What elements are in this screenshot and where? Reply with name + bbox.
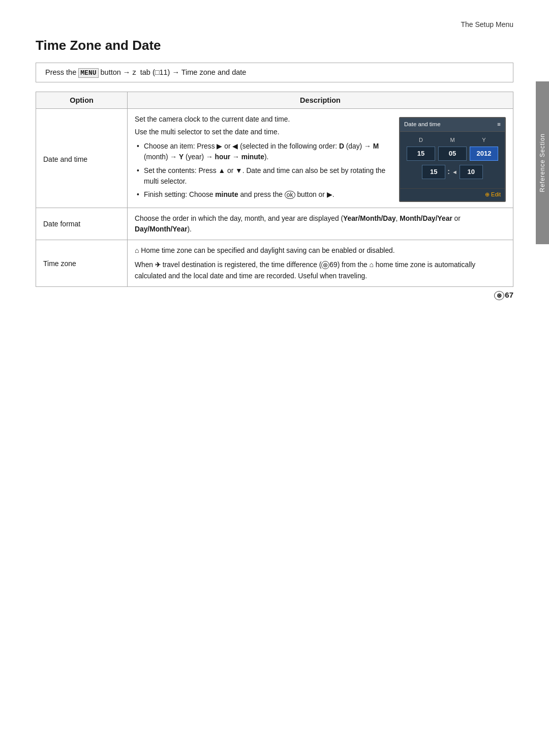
section-label: The Setup Menu — [36, 20, 513, 28]
table-row: Date and time Set the camera clock to th… — [36, 109, 513, 208]
lcd-val-hour: 15 — [422, 165, 445, 179]
lcd-label-m: M — [438, 136, 467, 144]
camera-lcd: Date and time ≡ D M Y 15 — [399, 117, 506, 202]
desc-date-and-time: Set the camera clock to the current date… — [128, 109, 513, 208]
option-time-zone: Time zone — [36, 240, 128, 287]
table-row: Date format Choose the order in which th… — [36, 208, 513, 240]
instruction-box: Press the MENU button → z tab (□11) → Ti… — [36, 63, 513, 82]
desc-date-format: Choose the order in which the day, month… — [128, 208, 513, 240]
lcd-val-month: 05 — [438, 147, 467, 161]
col-description-header: Description — [128, 92, 513, 109]
menu-key: MENU — [78, 68, 98, 78]
lcd-label-d: D — [407, 136, 435, 144]
lcd-header-title: Date and time — [404, 120, 441, 129]
lcd-val-day: 15 — [407, 147, 435, 161]
options-table: Option Description Date and time Set the… — [36, 92, 513, 287]
lcd-val-minute: 10 — [460, 165, 483, 179]
reference-section-label: Reference Section — [539, 133, 546, 192]
page-number: ⊛67 — [494, 290, 513, 299]
option-date-format: Date format — [36, 208, 128, 240]
option-date-and-time: Date and time — [36, 109, 128, 208]
lcd-label-y: Y — [470, 136, 498, 144]
lcd-header-icon: ≡ — [497, 120, 501, 129]
col-option-header: Option — [36, 92, 128, 109]
lcd-arrow: ◄ — [452, 168, 458, 177]
lcd-footer: ⊕ Edit — [400, 188, 505, 201]
desc-time-zone: ⌂ Home time zone can be specified and da… — [128, 240, 513, 287]
lcd-val-year: 2012 — [470, 147, 498, 161]
lcd-colon: : — [447, 166, 450, 178]
table-row: Time zone ⌂ Home time zone can be specif… — [36, 240, 513, 287]
page-title: Time Zone and Date — [36, 38, 513, 53]
reference-section-tab: Reference Section — [536, 81, 549, 244]
